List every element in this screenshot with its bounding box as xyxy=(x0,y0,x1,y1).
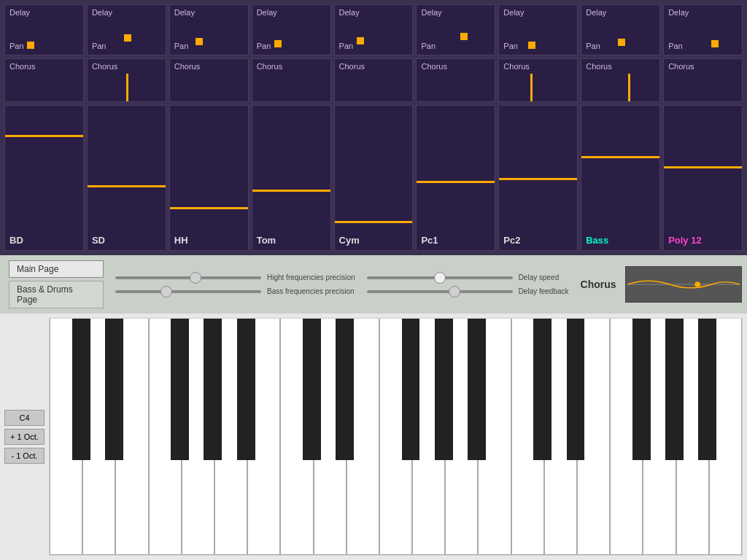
chorus-control-label: Chorus xyxy=(581,279,616,290)
delay-cell-pc2[interactable]: Delay Pan xyxy=(498,4,578,55)
main-container: Delay Pan Delay Pan Delay Pan Delay Pan xyxy=(0,0,747,560)
fader-line-cym xyxy=(335,221,413,223)
delay-indicator-hh xyxy=(196,38,203,45)
black-key-14[interactable] xyxy=(533,319,551,460)
black-key-5[interactable] xyxy=(237,319,255,460)
octave-down-button[interactable]: - 1 Oct. xyxy=(4,448,44,464)
delay-indicator-bass xyxy=(618,39,625,46)
fader-cell-hh[interactable]: HH xyxy=(169,105,249,251)
black-key-7[interactable] xyxy=(303,319,321,460)
piano-container xyxy=(49,318,743,556)
fader-row: BD SD HH Tom Cym xyxy=(4,105,743,251)
delay-cell-bass[interactable]: Delay Pan xyxy=(581,4,660,55)
black-key-17[interactable] xyxy=(632,319,651,460)
channel-name-poly12: Poly 12 xyxy=(668,235,702,246)
black-key-8[interactable] xyxy=(336,319,354,460)
pan-label-bass: Pan xyxy=(586,42,600,50)
page-buttons: Main Page Bass & Drums Page xyxy=(9,260,104,308)
delay-cell-bd[interactable]: Delay Pan xyxy=(4,4,84,55)
piano-keys xyxy=(50,319,742,555)
black-key-15[interactable] xyxy=(567,319,585,460)
delay-feedback-thumb[interactable] xyxy=(449,286,460,298)
delay-label-sd: Delay xyxy=(92,8,112,17)
fader-line-tom xyxy=(252,190,330,192)
delay-cell-sd[interactable]: Delay Pan xyxy=(87,4,166,55)
chorus-label-hh: Chorus xyxy=(174,62,200,71)
delay-speed-row: Delay speed xyxy=(367,273,569,281)
delay-cell-poly12[interactable]: Delay Pan xyxy=(663,4,743,55)
bass-freq-slider[interactable] xyxy=(115,290,261,293)
fader-cell-pc1[interactable]: Pc1 xyxy=(416,105,495,251)
delay-feedback-slider[interactable] xyxy=(367,290,513,293)
chorus-cell-bd[interactable]: Chorus xyxy=(4,58,84,102)
channel-name-pc1: Pc1 xyxy=(421,235,438,246)
octave-label: C4 xyxy=(4,410,44,426)
sliders-section: Hight frequencies precision Bass frequen… xyxy=(115,273,355,295)
black-key-3[interactable] xyxy=(171,319,189,460)
fader-cell-poly12[interactable]: Poly 12 xyxy=(663,105,743,251)
chorus-cell-sd[interactable]: Chorus xyxy=(87,58,166,102)
channel-name-tom: Tom xyxy=(257,235,276,246)
black-key-11[interactable] xyxy=(435,319,453,460)
grid-area: Delay Pan Delay Pan Delay Pan Delay Pan xyxy=(0,0,747,255)
high-freq-thumb[interactable] xyxy=(190,272,201,284)
fader-cell-cym[interactable]: Cym xyxy=(334,105,414,251)
black-key-10[interactable] xyxy=(402,319,420,460)
fader-line-pc1 xyxy=(417,181,495,183)
fader-cell-sd[interactable]: SD xyxy=(87,105,166,251)
chorus-display[interactable] xyxy=(625,266,742,303)
delay-cell-tom[interactable]: Delay Pan xyxy=(252,4,331,55)
delay-speed-slider[interactable] xyxy=(367,276,513,279)
chorus-vline-pc2 xyxy=(530,74,533,101)
delay-cell-pc1[interactable]: Delay Pan xyxy=(416,4,495,55)
main-page-button[interactable]: Main Page xyxy=(9,260,104,278)
fader-line-poly12 xyxy=(664,166,742,168)
chorus-section: Chorus xyxy=(581,266,742,303)
delay-label-cym: Delay xyxy=(339,8,360,17)
chorus-label-bass: Chorus xyxy=(586,62,611,71)
fader-line-hh xyxy=(170,207,248,209)
chorus-cell-poly12[interactable]: Chorus xyxy=(663,58,743,102)
high-freq-slider[interactable] xyxy=(115,276,261,279)
black-key-12[interactable] xyxy=(468,319,486,460)
keyboard-controls: C4 + 1 Oct. - 1 Oct. xyxy=(4,318,44,556)
fader-line-bass xyxy=(581,156,659,158)
delay-label-bass: Delay xyxy=(586,8,606,17)
delay-indicator-bd xyxy=(27,42,34,49)
fader-line-bd xyxy=(5,135,83,137)
octave-up-button[interactable]: + 1 Oct. xyxy=(4,429,44,445)
chorus-label-poly12: Chorus xyxy=(668,62,694,71)
black-key-0[interactable] xyxy=(72,319,90,460)
fader-cell-tom[interactable]: Tom xyxy=(252,105,331,251)
delay-cell-cym[interactable]: Delay Pan xyxy=(334,4,414,55)
channel-name-hh: HH xyxy=(174,235,188,246)
black-key-1[interactable] xyxy=(105,319,123,460)
chorus-cell-cym[interactable]: Chorus xyxy=(334,58,414,102)
delay-feedback-row: Delay feedback xyxy=(367,287,569,295)
bass-drums-page-button[interactable]: Bass & Drums Page xyxy=(9,281,104,308)
chorus-cell-pc2[interactable]: Chorus xyxy=(498,58,578,102)
delay-indicator-sd xyxy=(124,34,131,42)
pan-label-cym: Pan xyxy=(339,42,354,50)
fader-cell-bd[interactable]: BD xyxy=(4,105,84,251)
delay-indicator-pc1 xyxy=(460,33,468,40)
channel-name-bd: BD xyxy=(9,235,23,246)
black-key-18[interactable] xyxy=(665,319,684,460)
chorus-cell-tom[interactable]: Chorus xyxy=(252,58,331,102)
delay-indicator-pc2 xyxy=(528,42,535,49)
delay-speed-thumb[interactable] xyxy=(434,272,446,284)
chorus-cell-hh[interactable]: Chorus xyxy=(169,58,249,102)
black-key-4[interactable] xyxy=(204,319,222,460)
bass-freq-row: Bass frequencies precision xyxy=(115,287,355,295)
fader-cell-bass[interactable]: Bass xyxy=(581,105,660,251)
chorus-label-cym: Chorus xyxy=(339,62,365,71)
chorus-cell-pc1[interactable]: Chorus xyxy=(416,58,495,102)
delay-row: Delay Pan Delay Pan Delay Pan Delay Pan xyxy=(4,4,743,55)
chorus-cell-bass[interactable]: Chorus xyxy=(581,58,660,102)
delay-cell-hh[interactable]: Delay Pan xyxy=(169,4,249,55)
chorus-label-sd: Chorus xyxy=(92,62,117,71)
channel-name-pc2: Pc2 xyxy=(503,235,520,246)
black-key-19[interactable] xyxy=(698,319,716,460)
fader-cell-pc2[interactable]: Pc2 xyxy=(498,105,578,251)
bass-freq-thumb[interactable] xyxy=(160,286,172,298)
